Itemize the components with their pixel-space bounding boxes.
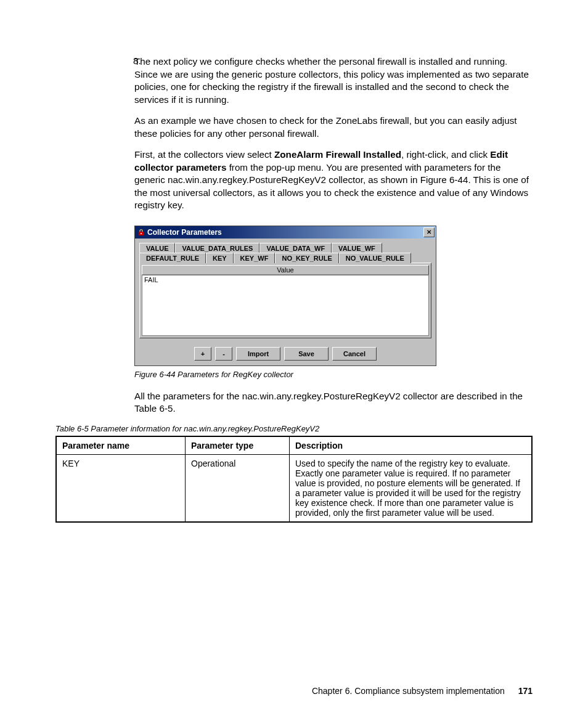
tab-panel: Value FAIL — [139, 263, 431, 338]
grid-cell-value[interactable]: FAIL — [144, 276, 427, 284]
save-button[interactable]: Save — [284, 347, 329, 361]
dialog-title: Collector Parameters — [147, 228, 423, 237]
tab-row-1: VALUE VALUE_DATA_RULES VALUE_DATA_WF VAL… — [139, 243, 431, 253]
cancel-button[interactable]: Cancel — [332, 347, 377, 361]
after-figure-para: All the parameters for the nac.win.any.r… — [134, 390, 533, 415]
remove-button[interactable]: - — [215, 347, 232, 361]
lock-icon — [137, 228, 145, 236]
step-para-3c: , right-click, and click — [401, 149, 490, 160]
tab-value[interactable]: VALUE — [139, 243, 175, 253]
import-button[interactable]: Import — [236, 347, 280, 361]
step-para-3: First, at the collectors view select Zon… — [134, 149, 533, 212]
page-footer: Chapter 6. Compliance subsystem implemen… — [312, 686, 533, 696]
add-button[interactable]: + — [194, 347, 211, 361]
footer-page-number: 171 — [518, 686, 533, 696]
step-para-3a: First, at the collectors view select — [134, 149, 274, 160]
dialog-button-bar: + - Import Save Cancel — [135, 343, 436, 365]
tab-value-data-wf[interactable]: VALUE_DATA_WF — [259, 243, 332, 253]
tab-key-wf[interactable]: KEY_WF — [234, 253, 276, 263]
tab-default-rule[interactable]: DEFAULT_RULE — [139, 253, 206, 263]
close-icon[interactable]: ✕ — [423, 227, 435, 237]
step-para-2: As an example we have chosen to check fo… — [134, 115, 533, 140]
table-row: KEY Operational Used to specify the name… — [56, 454, 532, 522]
step-para-1: The next policy we configure checks whet… — [134, 55, 533, 106]
tab-value-wf[interactable]: VALUE_WF — [332, 243, 382, 253]
table-cell-name: KEY — [56, 454, 186, 522]
dialog-titlebar: Collector Parameters ✕ — [135, 226, 436, 239]
figure-caption: Figure 6-44 Parameters for RegKey collec… — [134, 370, 533, 379]
step-para-3-bold1: ZoneAlarm Firewall Installed — [274, 149, 401, 160]
svg-point-1 — [141, 233, 142, 234]
tab-no-key-rule[interactable]: NO_KEY_RULE — [275, 253, 338, 263]
grid-column-header: Value — [142, 265, 429, 275]
parameter-table: Parameter name Parameter type Descriptio… — [55, 436, 533, 523]
table-cell-type: Operational — [186, 454, 290, 522]
table-caption: Table 6-5 Parameter information for nac.… — [55, 424, 533, 433]
grid-body[interactable]: FAIL — [142, 275, 429, 336]
step-number: 8. — [133, 55, 141, 66]
table-header-type: Parameter type — [186, 436, 290, 455]
table-header-desc: Description — [290, 436, 533, 455]
tab-value-data-rules[interactable]: VALUE_DATA_RULES — [175, 243, 259, 253]
tab-row-2: DEFAULT_RULE KEY KEY_WF NO_KEY_RULE NO_V… — [139, 253, 431, 263]
footer-chapter: Chapter 6. Compliance subsystem implemen… — [312, 686, 505, 696]
tab-no-value-rule[interactable]: NO_VALUE_RULE — [339, 253, 411, 263]
table-header-name: Parameter name — [56, 436, 186, 455]
dialog-collector-parameters: Collector Parameters ✕ VALUE VALUE_DATA_… — [134, 226, 436, 366]
tab-key[interactable]: KEY — [206, 253, 234, 263]
table-cell-desc: Used to specify the name of the registry… — [290, 454, 533, 522]
